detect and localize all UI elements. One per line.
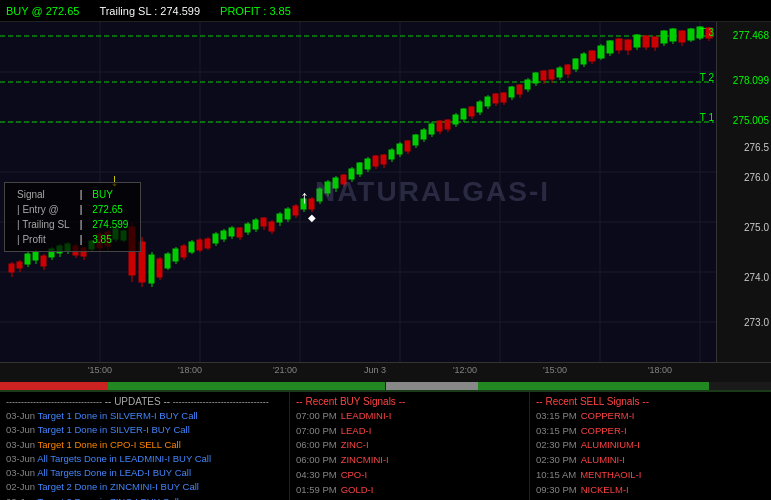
up-arrow-marker: ↑: [300, 187, 309, 208]
time-tick-4: '12:00: [453, 365, 477, 375]
svg-rect-91: [309, 199, 314, 209]
updates-list: 03-Jun Target 1 Done in SILVERM-I BUY Ca…: [6, 409, 283, 500]
bottom-panel: -------------------------------- -- UPDA…: [0, 390, 771, 500]
svg-rect-165: [607, 41, 613, 53]
svg-rect-57: [173, 249, 178, 261]
svg-rect-129: [461, 109, 466, 119]
progress-bar: [0, 382, 771, 390]
svg-rect-17: [9, 264, 14, 272]
buy-signal-item: 06:00 PMZINCMINI-I: [296, 453, 523, 468]
svg-rect-51: [149, 255, 154, 283]
svg-rect-117: [413, 135, 418, 145]
svg-rect-65: [205, 239, 210, 248]
time-tick-6: '18:00: [648, 365, 672, 375]
time-tick-5: '15:00: [543, 365, 567, 375]
profit-value-box: 3.85: [88, 233, 132, 246]
svg-rect-69: [221, 231, 226, 239]
svg-rect-125: [445, 120, 450, 129]
svg-rect-119: [421, 130, 426, 139]
sell-signals-header: -- Recent SELL Signals --: [536, 396, 765, 407]
svg-rect-85: [285, 209, 290, 219]
svg-rect-93: [317, 189, 322, 201]
time-tick-1: '18:00: [178, 365, 202, 375]
svg-rect-97: [333, 178, 338, 188]
svg-rect-21: [25, 254, 30, 264]
svg-rect-149: [541, 71, 546, 80]
update-list-item: 02-Jun Target 2 Done in ZINCMINI-I BUY C…: [6, 480, 283, 494]
diamond-marker: ◆: [308, 212, 316, 223]
svg-rect-111: [389, 150, 394, 159]
svg-rect-73: [237, 228, 242, 237]
svg-rect-113: [397, 144, 402, 154]
pb-green2: [478, 382, 709, 390]
svg-rect-161: [589, 51, 595, 61]
buy-signals-list: 07:00 PMLEADMINI-I07:00 PMLEAD-I06:00 PM…: [296, 409, 523, 500]
time-axis: '15:00 '18:00 '21:00 Jun 3 '12:00 '15:00…: [0, 362, 771, 382]
time-tick-3: Jun 3: [364, 365, 386, 375]
pb-green: [108, 382, 386, 390]
chart-area: ↓ ↑ ◆ 277.468 278.099 275.005 276.5 276.…: [0, 22, 771, 362]
svg-rect-77: [253, 220, 258, 229]
sell-signal-item: 03:15 PMCOPPERM-I: [536, 409, 765, 424]
price-labels: 277.468 278.099 275.005 276.5 276.0 275.…: [716, 22, 771, 362]
t1-price: 275.005: [733, 115, 769, 126]
profit-label-box: | Profit: [13, 233, 74, 246]
svg-rect-53: [157, 259, 162, 277]
sell-signal-item: 02:30 PMALUMINI-I: [536, 453, 765, 468]
svg-rect-75: [245, 224, 250, 232]
svg-rect-59: [181, 246, 186, 257]
svg-rect-55: [165, 254, 170, 268]
updates-column: -------------------------------- -- UPDA…: [0, 392, 290, 500]
svg-rect-179: [670, 29, 676, 41]
svg-rect-115: [405, 141, 410, 151]
t3-price: 277.468: [733, 30, 769, 41]
svg-rect-163: [598, 46, 604, 58]
svg-rect-145: [525, 80, 530, 89]
buy-signal-item: 07:00 PMLEAD-I: [296, 424, 523, 439]
buy-signal-item: 04:30 PMCPO-I: [296, 468, 523, 483]
svg-rect-139: [501, 93, 506, 102]
svg-rect-159: [581, 54, 586, 64]
update-list-item: 03-Jun All Targets Done in LEADMINI-I BU…: [6, 452, 283, 466]
signal-box: Signal | BUY | Entry @ | 272.65 | Traili…: [4, 182, 141, 252]
buy-signals-column: -- Recent BUY Signals -- 07:00 PMLEADMIN…: [290, 392, 530, 500]
pb-gray: [386, 382, 479, 390]
svg-rect-99: [341, 175, 346, 184]
top-bar: BUY @ 272.65 Trailing SL : 274.599 PROFI…: [0, 0, 771, 22]
entry-label: | Entry @: [13, 203, 74, 216]
t1-label: T 1: [700, 112, 714, 123]
buy-signals-header: -- Recent BUY Signals --: [296, 396, 523, 407]
svg-rect-81: [269, 222, 274, 231]
pb-red: [0, 382, 108, 390]
time-tick-0: '15:00: [88, 365, 112, 375]
svg-rect-61: [189, 242, 194, 252]
svg-rect-173: [643, 36, 649, 47]
svg-rect-153: [557, 68, 562, 77]
sell-signal-item: 03:15 PMCOPPER-I: [536, 424, 765, 439]
svg-rect-133: [477, 102, 482, 112]
svg-rect-143: [517, 85, 522, 94]
svg-rect-151: [549, 70, 554, 79]
entry-value: 272.65: [88, 203, 132, 216]
svg-rect-103: [357, 163, 362, 174]
update-list-item: 02-Jun Target 2 Done in ZINC-I BUY Call: [6, 495, 283, 501]
signal-label: Signal: [13, 188, 74, 201]
svg-rect-175: [652, 37, 658, 47]
profit-label: PROFIT : 3.85: [220, 5, 291, 17]
svg-rect-109: [381, 155, 386, 164]
svg-rect-71: [229, 228, 234, 236]
svg-rect-95: [325, 182, 330, 193]
time-tick-2: '21:00: [273, 365, 297, 375]
t3-label: T 3: [700, 27, 714, 38]
svg-rect-127: [453, 115, 458, 124]
svg-rect-169: [625, 40, 631, 50]
svg-rect-23: [33, 252, 38, 260]
svg-rect-135: [485, 97, 490, 106]
buy-label: BUY @ 272.65: [6, 5, 79, 17]
svg-rect-105: [365, 159, 370, 169]
trailing-sl-label: Trailing SL : 274.599: [99, 5, 200, 17]
updates-header: -------------------------------- -- UPDA…: [6, 396, 283, 407]
sell-signal-item: 10:15 AMMENTHAOIL-I: [536, 468, 765, 483]
svg-rect-183: [688, 29, 694, 40]
svg-rect-87: [293, 206, 298, 215]
